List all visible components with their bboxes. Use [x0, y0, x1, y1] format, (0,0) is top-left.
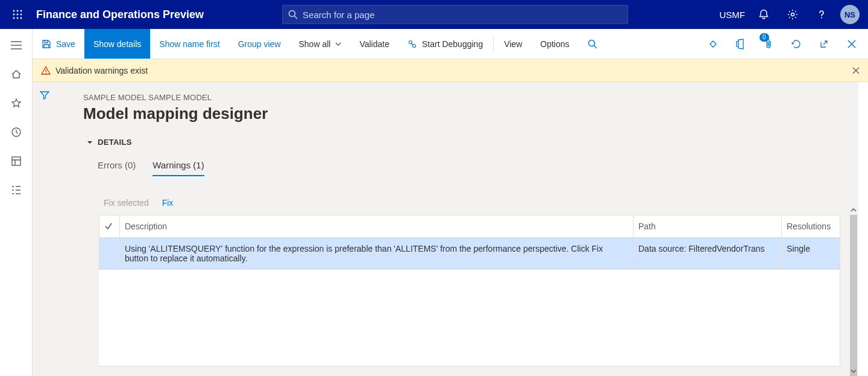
section-details-label: DETAILS — [98, 138, 132, 147]
col-description[interactable]: Description — [120, 215, 634, 238]
nav-home-icon[interactable] — [2, 63, 30, 86]
notifications-icon[interactable] — [753, 4, 774, 25]
svg-point-5 — [20, 14, 22, 16]
svg-point-12 — [821, 18, 822, 19]
svg-point-15 — [13, 186, 13, 187]
office-addin-icon[interactable] — [728, 30, 753, 59]
filter-strip — [33, 82, 57, 111]
group-view-button[interactable]: Group view — [229, 29, 290, 59]
refresh-icon[interactable] — [784, 30, 809, 59]
options-button[interactable]: Options — [531, 29, 578, 59]
svg-line-10 — [295, 16, 298, 19]
banner-close-icon[interactable] — [852, 67, 860, 74]
search-container[interactable] — [282, 5, 628, 24]
warning-banner: Validation warnings exist — [33, 59, 868, 82]
show-details-label: Show details — [93, 39, 141, 49]
cell-path: Data source: FilteredVendorTrans — [634, 238, 782, 270]
save-label: Save — [56, 39, 75, 49]
svg-point-4 — [17, 14, 19, 16]
view-button[interactable]: View — [495, 29, 531, 59]
show-details-button[interactable]: Show details — [84, 29, 150, 59]
svg-point-9 — [289, 11, 295, 17]
col-resolutions[interactable]: Resolutions — [782, 215, 840, 238]
page: SAMPLE MODEL SAMPLE MODEL Model mapping … — [83, 93, 840, 208]
start-debugging-label: Start Debugging — [422, 39, 483, 49]
close-button[interactable] — [839, 30, 864, 59]
banner-message: Validation warnings exist — [55, 66, 148, 75]
scroll-down-icon[interactable] — [849, 366, 858, 376]
vertical-scrollbar[interactable] — [849, 205, 858, 376]
nav-rail — [0, 29, 33, 376]
content-area: SAMPLE MODEL SAMPLE MODEL Model mapping … — [33, 82, 858, 376]
page-title: Model mapping designer — [83, 104, 840, 123]
svg-rect-14 — [12, 157, 20, 165]
svg-point-21 — [45, 72, 46, 74]
cell-resolutions: Single — [782, 238, 840, 270]
warning-icon — [41, 66, 51, 75]
nav-recent-icon[interactable] — [2, 121, 30, 144]
fix-selected-button: Fix selected — [104, 198, 149, 208]
tab-errors[interactable]: Errors (0) — [98, 160, 136, 176]
select-all-checkbox[interactable] — [99, 215, 120, 238]
settings-icon[interactable] — [782, 4, 803, 25]
show-all-button[interactable]: Show all — [290, 29, 351, 59]
fix-row: Fix selected Fix — [104, 198, 840, 208]
scroll-thumb[interactable] — [850, 215, 857, 376]
svg-point-8 — [20, 18, 22, 19]
grid-header-row: Description Path Resolutions — [99, 215, 840, 238]
collapse-icon — [87, 139, 93, 145]
start-debugging-button[interactable]: Start Debugging — [398, 29, 492, 59]
app-launcher-icon[interactable] — [6, 10, 29, 19]
options-label: Options — [540, 39, 569, 49]
view-label: View — [504, 39, 522, 49]
actionbar-right: 0 — [700, 29, 868, 59]
warnings-grid: Description Path Resolutions Using 'ALLI… — [99, 215, 840, 366]
svg-point-17 — [412, 44, 415, 47]
search-icon — [588, 39, 597, 49]
search-input[interactable] — [303, 10, 622, 20]
popout-icon[interactable] — [811, 30, 837, 59]
svg-point-7 — [17, 18, 19, 19]
top-nav-bar: Finance and Operations Preview USMF NS — [0, 0, 868, 29]
scroll-up-icon[interactable] — [849, 205, 858, 215]
find-button[interactable] — [579, 29, 606, 59]
col-path[interactable]: Path — [634, 215, 782, 238]
nav-modules-icon[interactable] — [2, 179, 30, 202]
grid-row[interactable]: Using 'ALLITEMSQUERY' function for the e… — [99, 238, 840, 270]
svg-point-16 — [409, 40, 412, 43]
tabs: Errors (0) Warnings (1) — [98, 160, 840, 176]
attachments-icon[interactable]: 0 — [756, 30, 781, 59]
fix-button[interactable]: Fix — [162, 198, 174, 208]
svg-point-2 — [20, 10, 22, 12]
show-name-first-label: Show name first — [159, 39, 219, 49]
app-title: Finance and Operations Preview — [36, 8, 204, 21]
svg-point-11 — [791, 13, 794, 16]
nav-favorites-icon[interactable] — [2, 92, 30, 115]
show-all-label: Show all — [299, 39, 331, 49]
company-label[interactable]: USMF — [720, 10, 746, 20]
search-icon — [288, 10, 298, 19]
show-name-first-button[interactable]: Show name first — [150, 29, 228, 59]
svg-point-18 — [588, 40, 594, 46]
nav-hamburger-icon[interactable] — [2, 34, 30, 57]
debug-icon — [407, 39, 417, 49]
validate-button[interactable]: Validate — [350, 29, 398, 59]
topbar-right: USMF NS — [720, 4, 869, 25]
validate-label: Validate — [359, 39, 389, 49]
save-button[interactable]: Save — [33, 29, 84, 59]
tab-warnings[interactable]: Warnings (1) — [153, 160, 204, 176]
action-bar: Save Show details Show name first Group … — [33, 29, 868, 59]
svg-point-3 — [13, 14, 15, 16]
filter-icon[interactable] — [40, 91, 49, 100]
breadcrumb: SAMPLE MODEL SAMPLE MODEL — [83, 93, 840, 102]
svg-point-1 — [17, 10, 19, 12]
row-selector[interactable] — [99, 238, 120, 270]
nav-workspaces-icon[interactable] — [2, 150, 30, 173]
svg-line-19 — [594, 45, 597, 48]
user-avatar[interactable]: NS — [840, 5, 860, 24]
personalize-icon[interactable] — [700, 30, 726, 59]
section-details-header[interactable]: DETAILS — [87, 138, 840, 147]
help-icon[interactable] — [811, 4, 832, 25]
save-icon — [42, 39, 51, 49]
svg-point-0 — [13, 10, 15, 12]
